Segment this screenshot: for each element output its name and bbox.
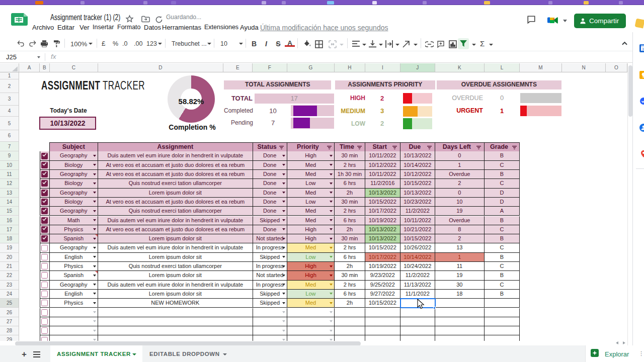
- svg-text:31: 31: [642, 47, 644, 51]
